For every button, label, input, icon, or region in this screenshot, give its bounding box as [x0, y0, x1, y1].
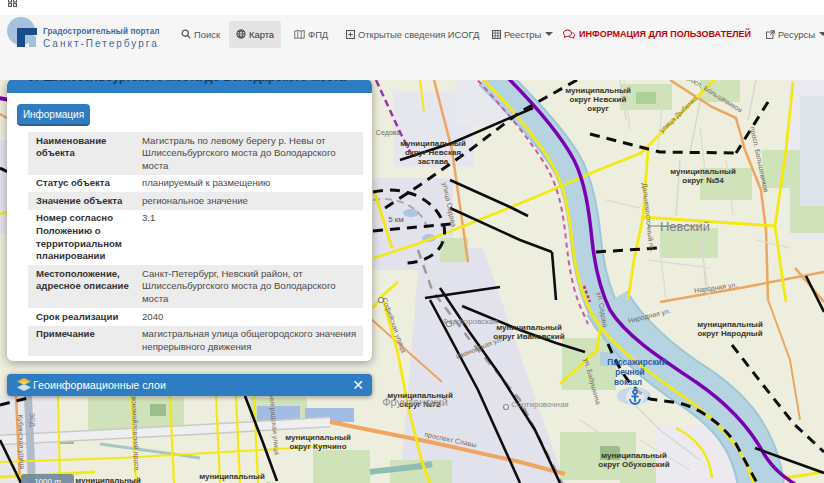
svg-text:вокзал: вокзал	[614, 377, 642, 387]
svg-text:округ Обуховский: округ Обуховский	[598, 460, 670, 469]
svg-text:муниципальный: муниципальный	[601, 451, 667, 460]
svg-text:Сортировочная: Сортировочная	[511, 400, 568, 409]
svg-text:муниципальный: муниципальный	[670, 167, 736, 176]
svg-text:муниципальный: муниципальный	[75, 476, 141, 483]
svg-text:округ Невская: округ Невская	[405, 148, 462, 157]
svg-text:Фрунзенский: Фрунзенский	[382, 396, 448, 408]
svg-text:муниципальный: муниципальный	[697, 320, 763, 329]
svg-text:5 км: 5 км	[388, 215, 404, 224]
svg-text:застава: застава	[418, 157, 449, 166]
svg-text:муниципальный: муниципальный	[199, 472, 265, 481]
svg-text:округ Народный: округ Народный	[697, 329, 762, 338]
svg-text:Пассажирский: Пассажирский	[607, 357, 667, 367]
svg-text:муниципальный: муниципальный	[496, 323, 562, 332]
svg-text:речной: речной	[615, 367, 644, 377]
svg-text:округ Купчино: округ Купчино	[289, 442, 346, 451]
svg-text:муниципальный: муниципальный	[400, 139, 466, 148]
svg-text:муниципальный: муниципальный	[285, 433, 351, 442]
svg-text:Седова: Седова	[376, 129, 400, 137]
svg-text:Фарфоровская: Фарфоровская	[442, 317, 498, 326]
svg-text:муниципальный: муниципальный	[565, 86, 631, 95]
svg-text:округ №54: округ №54	[682, 176, 724, 185]
svg-text:округ: округ	[587, 104, 609, 113]
svg-text:округ Ивановский: округ Ивановский	[493, 332, 564, 341]
svg-text:округ Невский: округ Невский	[570, 95, 627, 104]
